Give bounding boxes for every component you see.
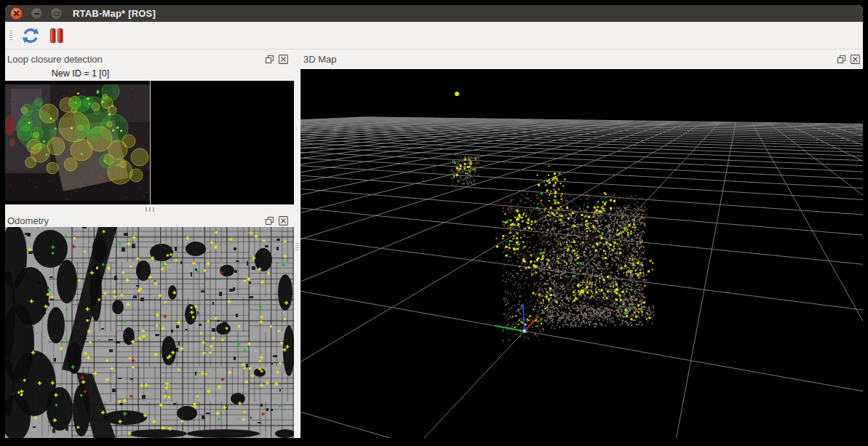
odometry-title: Odometry bbox=[7, 215, 49, 226]
vertical-splitter[interactable] bbox=[294, 49, 300, 438]
rtabmap-window: RTAB-Map* [ROS] bbox=[5, 5, 863, 438]
pause-button[interactable] bbox=[46, 25, 68, 47]
float-icon bbox=[265, 55, 274, 64]
horizontal-splitter[interactable] bbox=[5, 204, 294, 214]
close-icon bbox=[279, 216, 288, 226]
float-icon bbox=[265, 216, 274, 226]
pause-icon bbox=[47, 26, 66, 45]
maximize-icon bbox=[54, 12, 59, 16]
toolbar bbox=[5, 22, 863, 49]
right-dock-column: 3D Map bbox=[300, 49, 863, 438]
map3d-view[interactable] bbox=[300, 69, 863, 438]
refresh-button[interactable] bbox=[20, 25, 41, 47]
window-title: RTAB-Map* [ROS] bbox=[73, 8, 156, 19]
window-close-button[interactable] bbox=[10, 7, 23, 20]
map3d-close-button[interactable] bbox=[851, 55, 860, 64]
dock-area: Loop closure detection bbox=[5, 49, 863, 438]
odometry-float-button[interactable] bbox=[265, 216, 274, 226]
desktop-background: RTAB-Map* [ROS] bbox=[0, 0, 868, 446]
loop-closure-close-button[interactable] bbox=[279, 55, 288, 64]
odometry-image bbox=[5, 227, 294, 438]
odometry-panel-header[interactable]: Odometry bbox=[5, 214, 294, 227]
loop-closure-panel-header[interactable]: Loop closure detection bbox=[5, 49, 294, 68]
close-icon bbox=[851, 55, 860, 64]
left-dock-column: Loop closure detection bbox=[5, 49, 294, 438]
odometry-view bbox=[5, 227, 294, 438]
map3d-scene bbox=[300, 69, 863, 438]
loop-closure-status: New ID = 1 [0] bbox=[5, 68, 156, 81]
map3d-float-button[interactable] bbox=[837, 55, 846, 64]
loop-closure-view bbox=[5, 81, 294, 204]
loop-closure-image-divider bbox=[150, 81, 151, 204]
loop-closure-camera-image bbox=[5, 84, 150, 201]
window-maximize-button[interactable] bbox=[50, 7, 63, 20]
map3d-title: 3D Map bbox=[303, 54, 337, 65]
refresh-icon bbox=[21, 26, 40, 45]
loop-closure-title: Loop closure detection bbox=[7, 54, 103, 65]
map3d-panel-header[interactable]: 3D Map bbox=[300, 49, 863, 69]
close-x-icon bbox=[13, 10, 20, 17]
toolbar-drag-handle[interactable] bbox=[9, 31, 12, 40]
loop-closure-float-button[interactable] bbox=[265, 55, 274, 64]
window-minimize-button[interactable] bbox=[31, 7, 43, 20]
window-titlebar[interactable]: RTAB-Map* [ROS] bbox=[5, 5, 863, 22]
close-icon bbox=[279, 55, 288, 64]
float-icon bbox=[837, 55, 846, 64]
odometry-close-button[interactable] bbox=[279, 216, 288, 226]
minimize-icon bbox=[34, 13, 39, 15]
